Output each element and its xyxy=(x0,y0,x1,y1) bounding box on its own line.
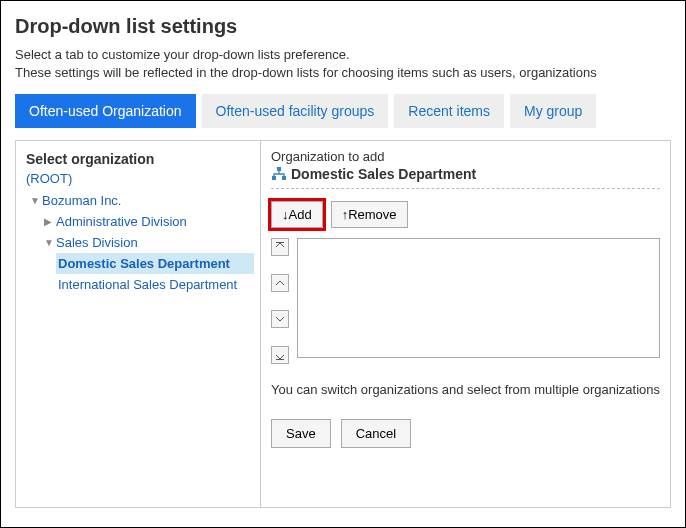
tree-label: Bozuman Inc. xyxy=(42,193,122,208)
page-description: Select a tab to customize your drop-down… xyxy=(15,46,671,82)
tabs-bar: Often-used Organization Often-used facil… xyxy=(15,94,671,128)
chevron-right-icon: ▶ xyxy=(44,216,56,227)
chevron-down-icon: ▼ xyxy=(44,237,56,248)
tab-often-used-org[interactable]: Often-used Organization xyxy=(15,94,196,128)
org-root-link[interactable]: (ROOT) xyxy=(26,171,250,186)
add-panel: Organization to add Domestic Sales Depar… xyxy=(261,141,670,507)
tree-node-sales-div[interactable]: ▼ Sales Division xyxy=(42,232,254,253)
tree-node-intl-sales[interactable]: International Sales Department xyxy=(56,274,254,295)
move-top-button[interactable] xyxy=(271,238,289,256)
tree-node-admin-div[interactable]: ▶ Administrative Division xyxy=(42,211,254,232)
chevron-down-icon: ▼ xyxy=(30,195,42,206)
tree-node-company[interactable]: ▼ Bozuman Inc. xyxy=(28,190,254,211)
cancel-button[interactable]: Cancel xyxy=(341,419,411,448)
org-add-label: Organization to add xyxy=(271,149,660,164)
tab-often-used-facility[interactable]: Often-used facility groups xyxy=(202,94,389,128)
move-down-button[interactable] xyxy=(271,310,289,328)
tree-label: Domestic Sales Department xyxy=(58,256,230,271)
tree-label: Administrative Division xyxy=(56,214,187,229)
remove-button[interactable]: ↑Remove xyxy=(331,201,408,228)
org-add-name-text: Domestic Sales Department xyxy=(291,166,476,182)
desc-line2: These settings will be reflected in the … xyxy=(15,65,597,80)
org-hierarchy-icon xyxy=(271,167,287,181)
switch-hint-text: You can switch organizations and select … xyxy=(271,382,660,397)
move-bottom-button[interactable] xyxy=(271,346,289,364)
selected-orgs-listbox[interactable] xyxy=(297,238,660,358)
save-button[interactable]: Save xyxy=(271,419,331,448)
add-button[interactable]: ↓Add xyxy=(271,201,323,228)
tree-label: Sales Division xyxy=(56,235,138,250)
org-tree-title: Select organization xyxy=(26,151,250,167)
org-tree-panel: Select organization (ROOT) ▼ Bozuman Inc… xyxy=(16,141,261,507)
svg-rect-2 xyxy=(282,176,286,180)
desc-line1: Select a tab to customize your drop-down… xyxy=(15,47,350,62)
move-up-button[interactable] xyxy=(271,274,289,292)
svg-rect-1 xyxy=(272,176,276,180)
page-title: Drop-down list settings xyxy=(15,15,671,38)
tree-node-domestic-sales[interactable]: Domestic Sales Department xyxy=(56,253,254,274)
svg-rect-0 xyxy=(277,167,281,171)
tab-recent-items[interactable]: Recent items xyxy=(394,94,504,128)
org-add-name: Domestic Sales Department xyxy=(271,166,660,189)
content-panel: Select organization (ROOT) ▼ Bozuman Inc… xyxy=(15,140,671,508)
tab-my-group[interactable]: My group xyxy=(510,94,596,128)
tree-label: International Sales Department xyxy=(58,277,237,292)
